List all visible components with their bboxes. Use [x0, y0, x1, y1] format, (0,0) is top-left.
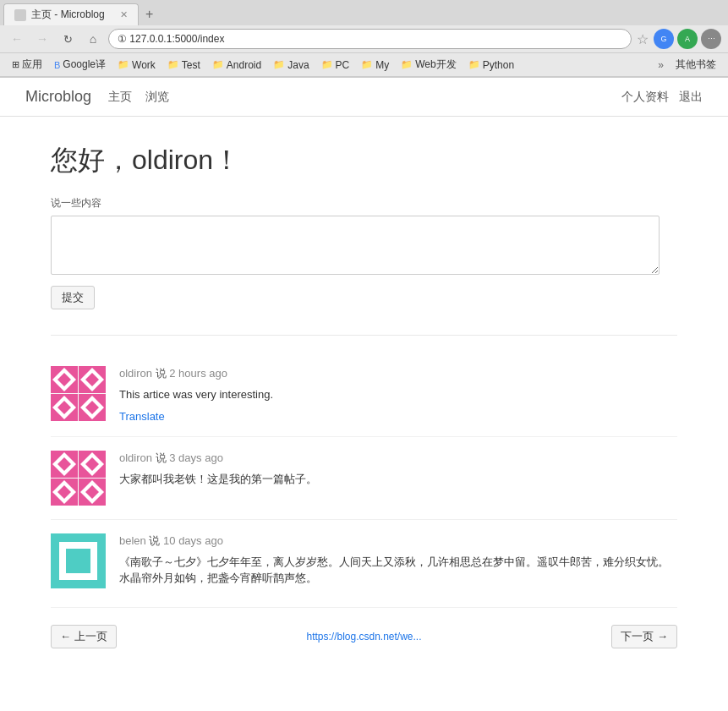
site-navigation: Microblog 主页 浏览 个人资料 退出	[0, 78, 728, 117]
submit-button[interactable]: 提交	[51, 286, 95, 309]
post-content: This artice was very interesting.	[119, 386, 677, 403]
bookmark-python-label: Python	[483, 59, 514, 71]
home-button[interactable]: ⌂	[83, 29, 103, 49]
post-time: 3 days ago	[169, 451, 223, 464]
tab-close-button[interactable]: ✕	[120, 9, 128, 20]
page-url-hint: https://blog.csdn.net/we...	[306, 631, 421, 643]
test-folder-icon: 📁	[167, 59, 179, 70]
bookmark-test[interactable]: 📁 Test	[162, 57, 205, 73]
avatar	[51, 366, 106, 421]
post-time: 10 days ago	[163, 534, 223, 547]
next-page-button[interactable]: 下一页 →	[611, 625, 677, 648]
bookmark-work[interactable]: 📁 Work	[112, 57, 161, 73]
post-item: oldiron 说 2 hours ago This artice was ve…	[51, 353, 677, 437]
work-folder-icon: 📁	[118, 59, 129, 70]
post-textarea[interactable]	[51, 216, 660, 275]
post-body: belen 说 10 days ago 《南歌子～七夕》七夕年年至，离人岁岁愁。…	[119, 533, 677, 593]
webdev-folder-icon: 📁	[401, 59, 413, 70]
forward-button[interactable]: →	[32, 29, 52, 49]
post-content: 大家都叫我老铁！这是我的第一篇帖子。	[119, 471, 677, 488]
svg-rect-29	[66, 549, 90, 573]
translate-link[interactable]: Translate	[119, 410, 165, 423]
greeting-suffix: ！	[213, 145, 240, 175]
nav-right-links: 个人资料 退出	[621, 90, 703, 105]
post-meta: oldiron 说 3 days ago	[119, 451, 677, 466]
bookmark-google-translate[interactable]: B Google译	[49, 56, 111, 74]
pc-folder-icon: 📁	[321, 59, 333, 70]
post-meta: oldiron 说 2 hours ago	[119, 366, 677, 381]
tab-favicon	[14, 9, 26, 21]
post-said: 说	[156, 367, 170, 380]
bookmark-pc-label: PC	[336, 59, 350, 71]
post-time: 2 hours ago	[169, 367, 227, 380]
pagination: ← 上一页 https://blog.csdn.net/we... 下一页 →	[51, 608, 677, 665]
bookmarks-bar: ⊞ 应用 B Google译 📁 Work 📁 Test 📁 Android 📁…	[0, 53, 728, 77]
android-folder-icon: 📁	[212, 59, 224, 70]
bookmark-work-label: Work	[132, 59, 156, 71]
section-divider	[51, 335, 677, 336]
bookmark-android[interactable]: 📁 Android	[207, 57, 266, 73]
python-folder-icon: 📁	[468, 59, 480, 70]
bookmarks-overflow-button[interactable]: »	[653, 57, 669, 73]
nav-logout-link[interactable]: 退出	[679, 90, 703, 105]
bookmark-java[interactable]: 📁 Java	[268, 57, 314, 73]
avatar	[51, 533, 106, 588]
extension-icon-2[interactable]: A	[677, 29, 698, 49]
post-item: oldiron 说 3 days ago 大家都叫我老铁！这是我的第一篇帖子。	[51, 437, 677, 520]
address-bar-row: ← → ↻ ⌂ ☆ G A ⋯	[0, 25, 728, 53]
google-translate-icon: B	[54, 60, 60, 70]
new-tab-button[interactable]: +	[139, 3, 160, 25]
post-item: belen 说 10 days ago 《南歌子～七夕》七夕年年至，离人岁岁愁。…	[51, 520, 677, 608]
bookmark-my[interactable]: 📁 My	[356, 57, 394, 73]
back-button[interactable]: ←	[7, 29, 27, 49]
post-author: oldiron	[119, 451, 152, 464]
post-said: 说	[156, 451, 170, 464]
main-content: 您好，oldiron！ 说一些内容 提交	[0, 117, 728, 691]
post-form-section: 说一些内容 提交	[51, 196, 677, 309]
post-meta: belen 说 10 days ago	[119, 533, 677, 549]
browser-tab[interactable]: 主页 - Microblog ✕	[3, 3, 139, 25]
my-folder-icon: 📁	[361, 59, 373, 70]
tab-title: 主页 - Microblog	[31, 8, 105, 22]
posts-list: oldiron 说 2 hours ago This artice was ve…	[51, 353, 677, 608]
browser-action-icons: G A ⋯	[654, 29, 721, 49]
nav-browse-link[interactable]: 浏览	[145, 90, 169, 105]
bookmark-star-icon[interactable]: ☆	[637, 31, 649, 47]
extension-icon-1[interactable]: G	[654, 29, 674, 49]
prev-page-button[interactable]: ← 上一页	[51, 625, 117, 648]
post-said: 说	[149, 534, 163, 547]
java-folder-icon: 📁	[273, 59, 285, 70]
bookmark-my-label: My	[375, 59, 389, 71]
avatar	[51, 451, 106, 506]
address-input[interactable]	[108, 29, 632, 49]
form-label: 说一些内容	[51, 196, 677, 211]
bookmark-java-label: Java	[287, 59, 309, 71]
bookmark-apps[interactable]: ⊞ 应用	[7, 56, 47, 74]
post-author: oldiron	[119, 367, 152, 380]
nav-links: 主页 浏览	[108, 90, 169, 105]
post-content: 《南歌子～七夕》七夕年年至，离人岁岁愁。人间天上又添秋，几许相思总在梦中留。遥叹…	[119, 554, 677, 587]
other-bookmarks-label[interactable]: 其他书签	[671, 56, 721, 74]
nav-home-link[interactable]: 主页	[108, 90, 132, 105]
greeting-heading: 您好，oldiron！	[51, 142, 677, 179]
greeting-prefix: 您好，	[51, 145, 132, 175]
bookmark-webdev-label: Web开发	[415, 57, 456, 72]
tab-bar: 主页 - Microblog ✕ +	[0, 0, 728, 25]
greeting-username: oldiron	[132, 145, 213, 175]
post-author: belen	[119, 534, 146, 547]
extension-icon-3[interactable]: ⋯	[701, 29, 721, 49]
bookmark-pc[interactable]: 📁 PC	[316, 57, 355, 73]
nav-profile-link[interactable]: 个人资料	[621, 90, 669, 105]
post-body: oldiron 说 3 days ago 大家都叫我老铁！这是我的第一篇帖子。	[119, 451, 677, 495]
bookmark-webdev[interactable]: 📁 Web开发	[396, 56, 461, 74]
apps-icon: ⊞	[12, 59, 19, 70]
bookmark-google-translate-label: Google译	[63, 57, 106, 72]
bookmark-apps-label: 应用	[22, 57, 42, 72]
page-content: Microblog 主页 浏览 个人资料 退出 您好，oldiron！ 说一些内…	[0, 78, 728, 711]
browser-chrome: 主页 - Microblog ✕ + ← → ↻ ⌂ ☆ G A ⋯ ⊞ 应用 …	[0, 0, 728, 78]
bookmark-android-label: Android	[227, 59, 261, 71]
bookmark-test-label: Test	[182, 59, 200, 71]
bookmark-python[interactable]: 📁 Python	[463, 57, 519, 73]
reload-button[interactable]: ↻	[57, 29, 78, 49]
site-logo: Microblog	[25, 88, 91, 106]
